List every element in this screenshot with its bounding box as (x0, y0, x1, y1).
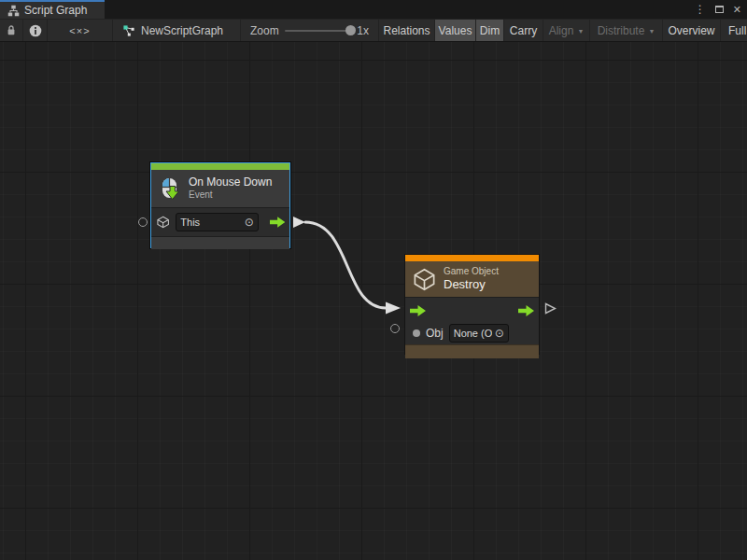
node-header-text: Game Object Destroy (444, 266, 499, 293)
graph-tab-icon (7, 5, 20, 17)
obj-object-value: None (O (454, 328, 492, 339)
graph-canvas[interactable]: On Mouse Down Event This ⊙ (0, 42, 747, 560)
node-header: On Mouse Down Event (151, 170, 289, 207)
values-button[interactable]: Values (435, 20, 476, 41)
zoom-label: Zoom (250, 24, 279, 37)
node-body: Obj None (O ⊙ (405, 297, 539, 344)
align-dropdown[interactable]: Align ▼ (543, 20, 590, 41)
node-accent-strip (405, 255, 539, 261)
relations-button[interactable]: Relations (379, 20, 435, 41)
zoom-slider-handle[interactable] (345, 25, 356, 35)
wire-start-arrow (293, 217, 305, 228)
node-footer (151, 236, 289, 249)
dim-button[interactable]: Dim (476, 20, 504, 41)
game-object-type-icon (156, 215, 170, 230)
flow-input-port[interactable] (410, 305, 426, 316)
target-object-value: This (180, 217, 200, 228)
node-on-mouse-down[interactable]: On Mouse Down Event This ⊙ (150, 162, 290, 248)
destroy-obj-outer-port[interactable] (390, 324, 400, 333)
zoom-value: 1x (357, 24, 369, 37)
graph-name: NewScriptGraph (141, 24, 223, 37)
maximize-icon[interactable] (715, 6, 724, 13)
wire-end-arrow (386, 302, 401, 315)
obj-label: Obj (426, 327, 444, 340)
object-picker-icon[interactable]: ⊙ (245, 217, 254, 228)
flow-output-port[interactable] (518, 305, 534, 316)
obj-port-row: Obj None (O ⊙ (405, 322, 539, 344)
close-icon[interactable]: ✕ (733, 5, 741, 15)
code-icon: <×> (69, 25, 90, 36)
target-port-row: This ⊙ (151, 208, 289, 236)
overview-button[interactable]: Overview (663, 20, 721, 41)
lock-button[interactable] (0, 20, 23, 41)
trigger-output-port[interactable] (270, 217, 285, 228)
tab-script-graph[interactable]: Script Graph (0, 0, 105, 19)
mouse-down-target-input-port[interactable] (138, 217, 148, 227)
window-controls: ⋮ ✕ (695, 0, 741, 19)
destroy-exit-port[interactable] (544, 302, 557, 315)
fullscreen-button[interactable]: Full Screen (721, 20, 747, 41)
wire-path (305, 222, 386, 308)
obj-object-field[interactable]: None (O ⊙ (449, 324, 509, 343)
node-footer (405, 344, 539, 358)
chevron-down-icon: ▼ (648, 27, 655, 35)
graph-toolbar: <×> NewScriptGraph Zoom 1x Relations Val… (0, 19, 747, 42)
node-title: Destroy (444, 277, 499, 292)
script-graph-window: Script Graph ⋮ ✕ <×> (0, 0, 747, 560)
node-body: This ⊙ (151, 207, 289, 236)
graph-breadcrumb[interactable]: NewScriptGraph (113, 20, 241, 41)
target-object-field[interactable]: This ⊙ (176, 213, 258, 231)
node-title: On Mouse Down (189, 175, 272, 189)
chevron-down-icon: ▼ (577, 27, 584, 35)
info-button[interactable] (23, 20, 48, 41)
tab-title: Script Graph (24, 4, 87, 17)
node-header-text: On Mouse Down Event (189, 175, 272, 202)
carry-button[interactable]: Carry (504, 20, 543, 41)
node-subtitle: Event (189, 189, 272, 202)
window-menu-icon[interactable]: ⋮ (695, 4, 706, 15)
node-header: Game Object Destroy (405, 261, 539, 297)
lock-icon (6, 24, 17, 36)
object-picker-icon[interactable]: ⊙ (495, 328, 504, 339)
code-view-button[interactable]: <×> (48, 20, 113, 41)
node-destroy[interactable]: Game Object Destroy Obj (404, 254, 540, 355)
node-category: Game Object (444, 266, 499, 278)
flow-port-row (405, 300, 539, 322)
info-icon (29, 24, 42, 37)
tab-bar: Script Graph ⋮ ✕ (0, 0, 747, 19)
zoom-slider[interactable] (285, 30, 352, 32)
distribute-dropdown[interactable]: Distribute ▼ (590, 20, 663, 41)
obj-input-port[interactable] (413, 329, 420, 337)
zoom-control: Zoom 1x (241, 20, 379, 41)
graph-asset-icon (122, 24, 135, 37)
game-object-icon (412, 267, 437, 292)
node-accent-strip (151, 163, 289, 170)
connection-wire (0, 42, 747, 560)
mouse-down-event-icon (158, 176, 182, 201)
